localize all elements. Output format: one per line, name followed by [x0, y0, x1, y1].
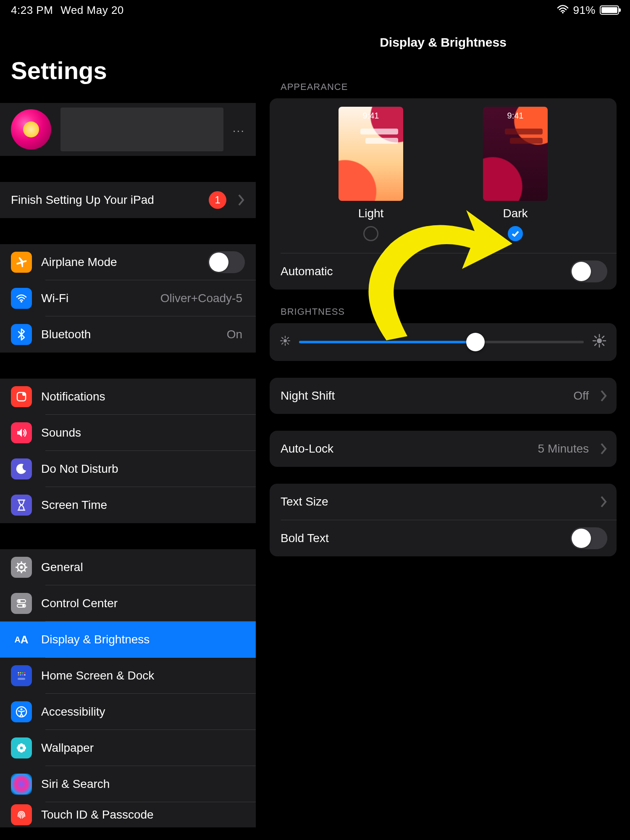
automatic-toggle[interactable] — [570, 261, 607, 282]
display-brightness-row[interactable]: AA Display & Brightness — [0, 621, 256, 658]
brightness-slider-row[interactable] — [270, 323, 617, 361]
flower-icon — [11, 737, 32, 758]
night-shift-row[interactable]: Night Shift Off — [270, 378, 617, 414]
svg-point-19 — [18, 672, 19, 673]
svg-line-55 — [595, 344, 596, 345]
automatic-row[interactable]: Automatic — [270, 253, 617, 290]
svg-point-37 — [22, 749, 25, 752]
brightness-card — [270, 323, 617, 361]
airplane-mode-row[interactable]: Airplane Mode — [0, 244, 256, 280]
text-size-icon: AA — [11, 629, 32, 650]
wifi-icon — [557, 4, 569, 17]
bluetooth-row[interactable]: Bluetooth On — [0, 316, 256, 353]
settings-sidebar: Settings ... Finish Setting Up Your iPad… — [0, 20, 256, 840]
appearance-dark[interactable]: 9:41 Dark — [483, 107, 548, 241]
text-size-label: Text Size — [281, 495, 591, 508]
hourglass-icon — [11, 495, 32, 516]
check-icon — [511, 229, 520, 238]
notifications-icon — [11, 386, 32, 407]
screen-time-label: Screen Time — [41, 498, 245, 512]
general-label: General — [41, 561, 245, 574]
svg-point-36 — [18, 749, 21, 752]
apps-grid-icon — [11, 665, 32, 686]
auto-lock-card: Auto-Lock 5 Minutes — [270, 431, 617, 467]
svg-line-11 — [24, 570, 26, 572]
bold-text-row[interactable]: Bold Text — [270, 520, 617, 556]
notifications-row[interactable]: Notifications — [0, 379, 256, 415]
bluetooth-icon — [11, 324, 32, 345]
svg-line-46 — [282, 343, 283, 344]
bold-text-toggle[interactable] — [570, 527, 607, 549]
brightness-header: BRIGHTNESS — [256, 290, 630, 323]
svg-point-5 — [20, 566, 23, 569]
svg-rect-27 — [18, 678, 25, 680]
status-bar: 4:23 PM Wed May 20 91% — [0, 0, 630, 20]
screen-time-row[interactable]: Screen Time — [0, 487, 256, 523]
auto-lock-row[interactable]: Auto-Lock 5 Minutes — [270, 431, 617, 467]
accessibility-icon — [11, 701, 32, 722]
airplane-icon — [11, 252, 32, 273]
appearance-card: 9:41 Light 9:41 Dark — [270, 98, 617, 290]
appearance-header: APPEARANCE — [256, 50, 630, 98]
sounds-label: Sounds — [41, 426, 245, 440]
svg-point-26 — [24, 674, 25, 675]
svg-point-35 — [22, 745, 25, 748]
dnd-row[interactable]: Do Not Disturb — [0, 451, 256, 487]
svg-line-56 — [602, 336, 604, 338]
preview-time: 9:41 — [339, 111, 403, 121]
svg-point-0 — [562, 12, 564, 13]
accessibility-row[interactable]: Accessibility — [0, 694, 256, 730]
bold-text-label: Bold Text — [281, 532, 561, 545]
brightness-slider[interactable] — [299, 341, 584, 343]
siri-icon — [11, 774, 32, 795]
svg-point-3 — [22, 392, 26, 396]
dark-preview-image: 9:41 — [483, 107, 548, 201]
light-radio[interactable] — [363, 226, 378, 241]
auto-lock-value: 5 Minutes — [538, 442, 591, 456]
appearance-light[interactable]: 9:41 Light — [339, 107, 403, 241]
general-row[interactable]: General — [0, 549, 256, 585]
wifi-row[interactable]: Wi-Fi Oliver+Coady-5 — [0, 280, 256, 316]
touchid-row[interactable]: Touch ID & Passcode — [0, 802, 256, 827]
finish-setup-label: Finish Setting Up Your iPad — [11, 193, 200, 207]
text-size-row[interactable]: Text Size — [270, 484, 617, 520]
svg-line-47 — [287, 337, 289, 339]
status-date: Wed May 20 — [60, 4, 123, 17]
control-center-label: Control Center — [41, 597, 245, 610]
dark-label: Dark — [503, 207, 528, 220]
avatar — [11, 109, 51, 150]
siri-row[interactable]: Siri & Search — [0, 766, 256, 802]
chevron-right-icon — [238, 194, 245, 206]
notifications-label: Notifications — [41, 390, 245, 403]
sun-small-icon — [280, 335, 291, 349]
night-shift-card: Night Shift Off — [270, 378, 617, 414]
svg-point-38 — [20, 747, 23, 749]
chevron-right-icon — [601, 496, 607, 508]
finish-setup-row[interactable]: Finish Setting Up Your iPad 1 — [0, 182, 256, 218]
svg-point-39 — [284, 339, 287, 342]
fingerprint-icon — [11, 804, 32, 825]
control-center-row[interactable]: Control Center — [0, 585, 256, 621]
sounds-row[interactable]: Sounds — [0, 415, 256, 451]
page-title: Display & Brightness — [256, 20, 630, 50]
svg-line-54 — [602, 344, 604, 345]
svg-point-20 — [20, 672, 21, 673]
auto-lock-label: Auto-Lock — [281, 442, 529, 456]
bluetooth-value: On — [227, 328, 245, 341]
airplane-mode-toggle[interactable] — [208, 251, 245, 273]
svg-line-44 — [282, 337, 283, 339]
profile-row[interactable]: ... — [0, 103, 256, 156]
status-time: 4:23 PM — [11, 4, 53, 17]
wallpaper-row[interactable]: Wallpaper — [0, 730, 256, 766]
sliders-icon — [11, 593, 32, 614]
svg-point-34 — [18, 745, 21, 748]
svg-point-25 — [22, 674, 23, 675]
wifi-value: Oliver+Coady-5 — [160, 292, 245, 305]
text-card: Text Size Bold Text — [270, 484, 617, 556]
accessibility-label: Accessibility — [41, 705, 245, 719]
light-label: Light — [358, 207, 384, 220]
home-screen-row[interactable]: Home Screen & Dock — [0, 658, 256, 694]
dark-radio[interactable] — [508, 226, 523, 241]
svg-line-10 — [17, 563, 19, 565]
settings-title: Settings — [0, 20, 256, 103]
